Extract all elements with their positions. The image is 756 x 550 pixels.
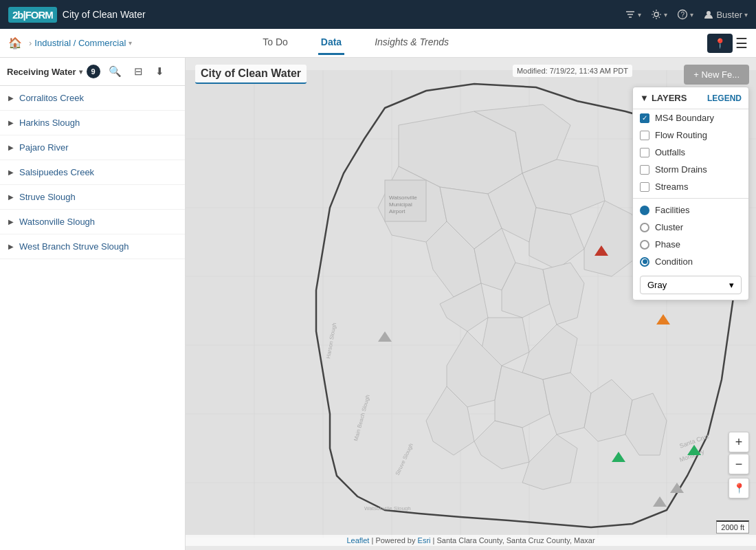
sort-button[interactable]: ▾ bbox=[625, 9, 641, 20]
tab-todo[interactable]: To Do bbox=[260, 31, 291, 55]
radio-phase[interactable]: Phase bbox=[633, 236, 748, 253]
svg-point-0 bbox=[654, 12, 658, 16]
sidebar-item-corralitos-creek[interactable]: ▶Corralitos Creek bbox=[0, 86, 185, 111]
layer-storm[interactable]: Storm Drains bbox=[633, 161, 748, 178]
search-icon[interactable]: 🔍 bbox=[104, 63, 126, 80]
top-navigation: 2b|FORM City of Clean Water ▾ ▾ ? ▾ Bust… bbox=[0, 0, 756, 29]
svg-text:Watsonville Slough: Watsonville Slough bbox=[364, 505, 411, 512]
basemap-selector[interactable]: Gray ▾ bbox=[640, 276, 742, 294]
nav-right-controls: ▾ ▾ ? ▾ Buster ▾ bbox=[625, 9, 748, 20]
layers-header: ▼ LAYERS LEGEND bbox=[633, 87, 748, 109]
layer-flow[interactable]: Flow Routing bbox=[633, 126, 748, 144]
count-badge: 9 bbox=[87, 65, 100, 78]
settings-button[interactable]: ▾ bbox=[651, 9, 667, 20]
sidebar-list: ▶Corralitos Creek▶Harkins Slough▶Pajaro … bbox=[0, 86, 185, 550]
sidebar-item-pajaro-river[interactable]: ▶Pajaro River bbox=[0, 135, 185, 160]
condition-radio[interactable] bbox=[640, 257, 649, 267]
user-menu[interactable]: Buster ▾ bbox=[703, 9, 748, 20]
sidebar-item-watsonville-slough[interactable]: ▶Watsonville Slough bbox=[0, 210, 185, 234]
map-area: City of Clean Water Modified: 7/19/22, 1… bbox=[186, 58, 756, 550]
add-feature-button[interactable]: + New Fe... bbox=[684, 65, 749, 85]
facilities-dot bbox=[640, 206, 649, 215]
facilities-label-row: Facilities bbox=[633, 201, 748, 219]
map-modified-label: Modified: 7/19/22, 11:43 AM PDT bbox=[513, 65, 632, 77]
tab-data[interactable]: Data bbox=[318, 31, 344, 55]
layer-outfalls[interactable]: Outfalls bbox=[633, 144, 748, 161]
breadcrumb-separator: › bbox=[29, 38, 32, 48]
zoom-out-button[interactable]: − bbox=[729, 454, 749, 474]
svg-text:Municipal: Municipal bbox=[389, 201, 412, 208]
filter-icon[interactable]: ⊟ bbox=[130, 63, 147, 80]
sidebar-item-west-branch-struve-slough[interactable]: ▶West Branch Struve Slough bbox=[0, 234, 185, 259]
attribution: Leaflet | Powered by Esri | Santa Clara … bbox=[186, 535, 756, 546]
zoom-controls: + − bbox=[729, 432, 749, 474]
home-button[interactable]: 🏠 bbox=[8, 36, 22, 50]
breadcrumb-bar: 🏠 › Industrial / Commercial ▾ To Do Data… bbox=[0, 29, 756, 58]
svg-text:?: ? bbox=[681, 11, 685, 19]
layer-streams[interactable]: Streams bbox=[633, 178, 748, 195]
map-pin-button[interactable]: 📍 bbox=[707, 34, 733, 53]
download-icon[interactable]: ⬇ bbox=[151, 63, 168, 80]
svg-text:Watsonville: Watsonville bbox=[389, 195, 417, 201]
sidebar-item-struve-slough[interactable]: ▶Struve Slough bbox=[0, 185, 185, 210]
layer-ms4[interactable]: MS4 Boundary bbox=[633, 109, 748, 126]
storm-checkbox[interactable] bbox=[640, 165, 649, 175]
sidebar-item-salsipuedes-creek[interactable]: ▶Salsipuedes Creek bbox=[0, 160, 185, 185]
layers-title: ▼ LAYERS bbox=[640, 93, 687, 103]
ms4-checkbox[interactable] bbox=[640, 113, 649, 123]
phase-radio[interactable] bbox=[640, 240, 649, 250]
sidebar-item-harkins-slough[interactable]: ▶Harkins Slough bbox=[0, 111, 185, 135]
svg-text:Airport: Airport bbox=[389, 208, 405, 214]
map-title: City of Clean Water bbox=[195, 65, 307, 84]
sidebar: Receiving Water ▾ 9 🔍 ⊟ ⬇ ▶Corralitos Cr… bbox=[0, 58, 186, 550]
layers-divider bbox=[633, 198, 748, 199]
location-button[interactable]: 📍 bbox=[729, 478, 749, 498]
tab-insights[interactable]: Insights & Trends bbox=[372, 31, 452, 55]
main-tabs: To Do Data Insights & Trends bbox=[260, 31, 452, 55]
streams-checkbox[interactable] bbox=[640, 182, 649, 192]
app-title: City of Clean Water bbox=[63, 9, 146, 20]
app-logo: 2b|FORM bbox=[8, 7, 57, 23]
radio-cluster[interactable]: Cluster bbox=[633, 219, 748, 236]
cluster-radio[interactable] bbox=[640, 223, 649, 232]
credits-label: | Santa Clara County, Santa Cruz County,… bbox=[433, 536, 595, 544]
zoom-in-button[interactable]: + bbox=[729, 432, 749, 452]
outfalls-checkbox[interactable] bbox=[640, 148, 649, 157]
radio-condition[interactable]: Condition bbox=[633, 253, 748, 270]
receiving-water-button[interactable]: Receiving Water ▾ bbox=[7, 67, 82, 77]
legend-button[interactable]: LEGEND bbox=[707, 94, 742, 103]
scale-bar: 2000 ft bbox=[716, 520, 749, 534]
content-area: Receiving Water ▾ 9 🔍 ⊟ ⬇ ▶Corralitos Cr… bbox=[0, 58, 756, 550]
svg-rect-42 bbox=[385, 180, 426, 221]
esri-label[interactable]: Esri bbox=[418, 536, 431, 544]
hamburger-button[interactable]: ☰ bbox=[735, 35, 748, 52]
leaflet-label[interactable]: Leaflet bbox=[346, 536, 369, 544]
layers-panel: ▼ LAYERS LEGEND MS4 Boundary Flow Routin… bbox=[632, 87, 749, 300]
powered-by-label: | Powered by bbox=[371, 536, 415, 544]
flow-checkbox[interactable] bbox=[640, 131, 649, 140]
breadcrumb-item[interactable]: Industrial / Commercial ▾ bbox=[34, 38, 132, 48]
logo-area: 2b|FORM City of Clean Water bbox=[8, 7, 146, 23]
user-name-label: Buster bbox=[716, 10, 742, 20]
sidebar-toolbar: Receiving Water ▾ 9 🔍 ⊟ ⬇ bbox=[0, 58, 185, 86]
help-button[interactable]: ? ▾ bbox=[677, 9, 693, 20]
breadcrumb-label: Industrial / Commercial bbox=[34, 38, 126, 48]
